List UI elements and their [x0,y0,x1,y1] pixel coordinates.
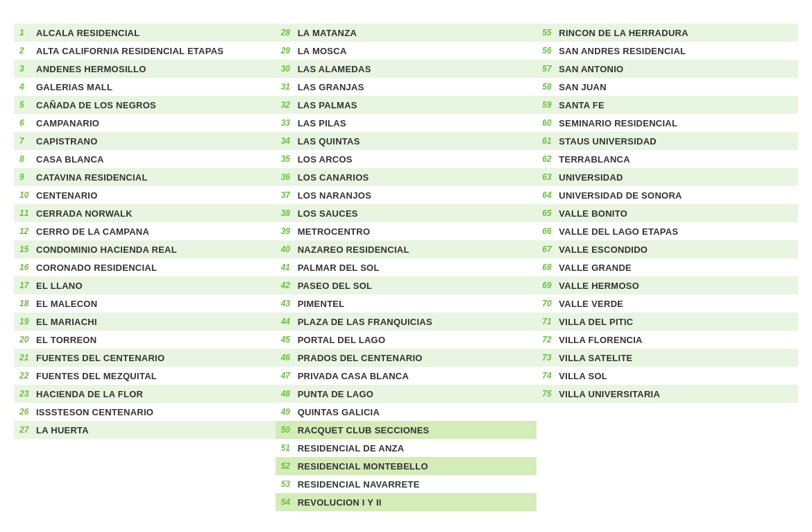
list-item: 30LAS ALAMEDAS [276,60,537,78]
row-number: 55 [542,28,559,38]
row-number: 53 [281,479,298,489]
row-name: ALCALA RESIDENCIAL [36,28,139,38]
row-name: LA MOSCA [298,46,347,56]
list-item: 5CAÑADA DE LOS NEGROS [14,96,276,114]
row-number: 29 [281,46,298,56]
row-number: 6 [19,118,36,128]
row-name: EL MARIACHI [36,317,97,327]
row-number: 35 [281,154,298,164]
row-name: CAMPANARIO [36,118,99,128]
list-item: 66VALLE DEL LAGO ETAPAS [536,222,798,240]
row-number: 66 [542,226,559,236]
row-name: CAÑADA DE LOS NEGROS [36,100,156,110]
row-number: 28 [281,28,298,38]
row-number: 63 [542,172,559,182]
list-item: 70VALLE VERDE [536,294,798,313]
list-item: 56SAN ANDRES RESIDENCIAL [536,42,798,60]
row-name: LA HUERTA [36,425,89,435]
list-item: 59SANTA FE [536,96,798,114]
list-item: 3ANDENES HERMOSILLO [14,60,276,78]
list-item: 54REVOLUCION I Y II [276,493,537,511]
column-1: 1ALCALA RESIDENCIAL2ALTA CALIFORNIA RESI… [14,24,276,511]
row-name: LOS SAUCES [298,208,358,219]
list-item: 6CAMPANARIO [14,114,276,132]
row-number: 69 [542,281,559,290]
row-number: 20 [19,335,36,344]
row-name: ANDENES HERMOSILLO [36,64,146,74]
row-number: 72 [542,335,559,344]
row-number: 9 [19,172,36,182]
row-number: 74 [542,371,559,381]
list-item: 55RINCON DE LA HERRADURA [536,24,798,42]
row-name: LAS GRANJAS [298,82,364,92]
row-number: 52 [281,461,298,471]
list-item: 35LOS ARCOS [276,150,537,168]
row-number: 61 [542,136,559,146]
row-name: VALLE BONITO [559,208,627,219]
list-item: 31LAS GRANJAS [276,78,537,96]
list-item: 17EL LLANO [14,276,276,294]
row-number: 15 [19,244,36,254]
list-item: 27LA HUERTA [14,421,276,439]
list-item: 23HACIENDA DE LA FLOR [14,385,276,403]
row-number: 21 [19,353,36,363]
row-name: VILLA UNIVERSITARIA [559,389,660,399]
row-number: 16 [19,263,36,272]
row-name: LAS PILAS [298,118,346,128]
row-number: 18 [19,299,36,308]
row-name: METROCENTRO [298,226,371,237]
row-name: VILLA SOL [559,371,607,381]
table-header [14,14,798,22]
row-number: 68 [542,263,559,272]
list-item: 33LAS PILAS [276,114,537,132]
row-number: 45 [281,335,298,344]
row-name: ISSSTESON CENTENARIO [36,407,153,417]
row-number: 10 [19,190,36,200]
list-item: 36LOS CANARIOS [276,168,537,186]
list-item: 50RACQUET CLUB SECCIONES [276,421,537,439]
row-name: LOS NARANJOS [298,190,371,201]
row-name: REVOLUCION I Y II [298,497,382,508]
row-number: 7 [19,136,36,146]
row-name: QUINTAS GALICIA [298,407,380,417]
row-name: SANTA FE [559,100,604,110]
list-item: 45PORTAL DEL LAGO [276,331,537,349]
row-number: 8 [19,154,36,164]
list-item: 47PRIVADA CASA BLANCA [276,367,537,385]
list-item: 18EL MALECON [14,294,276,313]
row-number: 62 [542,154,559,164]
colonias-table: 1ALCALA RESIDENCIAL2ALTA CALIFORNIA RESI… [14,14,798,511]
row-name: EL LLANO [36,281,83,291]
row-name: CERRO DE LA CAMPANA [36,226,149,237]
row-name: ALTA CALIFORNIA RESIDENCIAL ETAPAS [36,46,223,56]
row-name: VILLA FLORENCIA [559,335,642,345]
row-name: CASA BLANCA [36,154,104,165]
list-item: 72VILLA FLORENCIA [536,331,798,349]
row-number: 73 [542,353,559,363]
row-number: 43 [281,299,298,308]
list-item: 43PIMENTEL [276,294,537,313]
row-name: FUENTES DEL MEZQUITAL [36,371,157,381]
row-name: UNIVERSIDAD DE SONORA [559,190,682,201]
row-name: PALMAR DEL SOL [298,263,380,273]
row-name: VALLE GRANDE [559,263,632,273]
list-item: 73VILLA SATELITE [536,349,798,367]
row-number: 1 [19,28,36,38]
row-name: HACIENDA DE LA FLOR [36,389,143,399]
row-number: 50 [281,425,298,435]
row-name: PLAZA DE LAS FRANQUICIAS [298,317,432,327]
row-name: LAS ALAMEDAS [298,64,371,74]
row-number: 31 [281,82,298,92]
row-name: RACQUET CLUB SECCIONES [298,425,430,435]
row-number: 36 [281,172,298,182]
row-number: 38 [281,208,298,218]
row-name: LA MATANZA [298,28,357,38]
row-name: LOS CANARIOS [298,172,369,183]
list-item: 62TERRABLANCA [536,150,798,168]
list-item: 39METROCENTRO [276,222,537,240]
list-item: 1ALCALA RESIDENCIAL [14,24,276,42]
list-item: 44PLAZA DE LAS FRANQUICIAS [276,313,537,331]
row-number: 32 [281,100,298,110]
row-number: 11 [19,208,36,218]
row-name: SEMINARIO RESIDENCIAL [559,118,677,128]
